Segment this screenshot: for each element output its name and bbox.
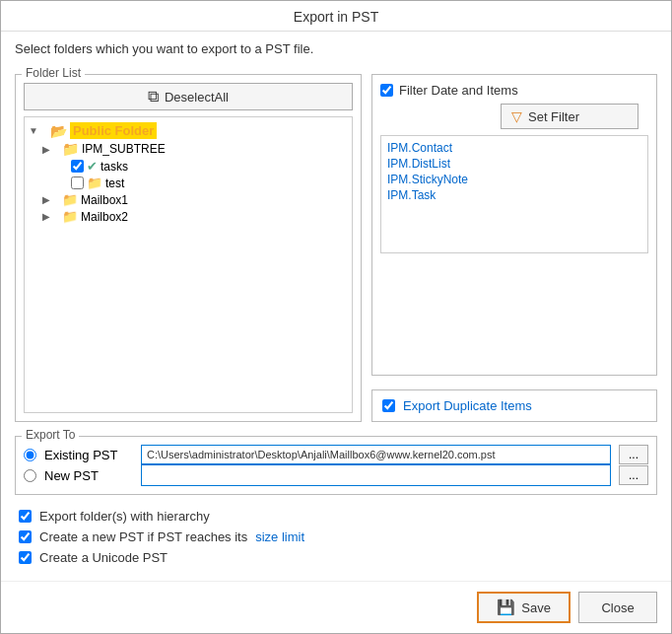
existing-pst-radio[interactable] — [24, 449, 36, 461]
ipm-subtree-label: IPM_SUBTREE — [82, 142, 166, 156]
expander-mailbox1[interactable]: ▶ — [42, 194, 54, 205]
options-section: Export folder(s) with hierarchy Create a… — [15, 503, 657, 571]
dialog-title: Export in PST — [1, 1, 671, 32]
browse-new-button[interactable]: ... — [619, 465, 648, 485]
duplicate-checkbox[interactable] — [382, 399, 395, 412]
mailbox2-icon: 📁 — [62, 209, 78, 224]
close-button[interactable]: Close — [578, 592, 657, 623]
set-filter-button[interactable]: ▽ Set Filter — [501, 104, 638, 129]
hierarchy-label: Export folder(s) with hierarchy — [39, 509, 210, 524]
copy-icon: ⧉ — [148, 88, 159, 106]
tree-item-tasks[interactable]: ✔ tasks — [29, 158, 348, 175]
duplicate-section: Export Duplicate Items — [371, 389, 657, 422]
filter-item-3[interactable]: IPM.Task — [385, 187, 643, 203]
unicode-checkbox[interactable] — [19, 551, 32, 564]
tasks-checkbox[interactable] — [71, 160, 84, 173]
existing-pst-path-input[interactable]: C:\Users\administrator\Desktop\Anjali\Ma… — [141, 445, 611, 464]
export-to-legend: Export To — [22, 428, 79, 442]
option-hierarchy: Export folder(s) with hierarchy — [19, 509, 653, 524]
filter-label: Filter Date and Items — [399, 83, 518, 98]
export-to-section: Export To Existing PST C:\Users\administ… — [15, 436, 657, 495]
expander-ipm[interactable]: ▶ — [42, 144, 54, 155]
folder-tree: ▼ 📂 Public Folder ▶ 📁 IPM_SUBTREE — [24, 116, 353, 413]
folder-icon-public: 📂 — [50, 123, 67, 139]
option-unicode: Create a Unicode PST — [19, 550, 653, 565]
size-limit-link[interactable]: size limit — [255, 529, 304, 544]
new-pst-path-input[interactable] — [141, 464, 611, 486]
new-pst-radio[interactable] — [24, 469, 36, 482]
subtitle: Select folders which you want to export … — [15, 41, 657, 56]
tree-item-test[interactable]: 📁 test — [29, 175, 348, 191]
size-limit-checkbox[interactable] — [19, 530, 32, 543]
browse-existing-button[interactable]: ... — [619, 445, 648, 464]
test-label: test — [105, 176, 124, 190]
floppy-icon: 💾 — [497, 599, 515, 616]
folder-list-label: Folder List — [22, 66, 85, 80]
task-icon: ✔ — [87, 159, 98, 174]
tasks-label: tasks — [101, 160, 128, 174]
mailbox1-icon: 📁 — [62, 192, 78, 207]
mailbox1-label: Mailbox1 — [81, 193, 128, 207]
duplicate-label: Export Duplicate Items — [403, 398, 532, 413]
filter-item-0[interactable]: IPM.Contact — [385, 140, 643, 156]
deselect-all-button[interactable]: ⧉ DeselectAll — [24, 83, 353, 110]
unicode-label: Create a Unicode PST — [39, 550, 168, 565]
public-folder-label: Public Folder — [70, 122, 157, 139]
filter-list-box[interactable]: IPM.Contact IPM.DistList IPM.StickyNote … — [380, 135, 648, 253]
right-panel: Filter Date and Items ▽ Set Filter IPM.C… — [371, 68, 657, 422]
existing-pst-label: Existing PST — [44, 448, 133, 462]
new-pst-row: New PST ... — [24, 464, 648, 486]
expander-mailbox2[interactable]: ▶ — [42, 211, 54, 222]
test-folder-icon: 📁 — [87, 176, 102, 190]
mailbox2-label: Mailbox2 — [81, 210, 128, 224]
filter-item-2[interactable]: IPM.StickyNote — [385, 172, 643, 187]
filter-checkbox[interactable] — [380, 84, 393, 97]
tree-item-public-folder[interactable]: ▼ 📂 Public Folder — [29, 121, 348, 140]
hierarchy-checkbox[interactable] — [19, 510, 32, 523]
main-row: Folder List ⧉ DeselectAll ▼ 📂 Publ — [15, 68, 657, 422]
dialog-footer: 💾 Save Close — [1, 581, 671, 633]
option-size-limit: Create a new PST if PST reaches its size… — [19, 529, 653, 544]
filter-item-1[interactable]: IPM.DistList — [385, 156, 643, 172]
expander-public[interactable]: ▼ — [29, 125, 40, 136]
export-pst-dialog: Export in PST Select folders which you w… — [0, 0, 672, 634]
new-pst-label: New PST — [44, 468, 133, 483]
test-checkbox[interactable] — [71, 176, 84, 189]
folder-icon-ipm: 📁 — [62, 141, 79, 157]
filter-header: Filter Date and Items — [380, 83, 648, 98]
tree-item-ipm-subtree[interactable]: ▶ 📁 IPM_SUBTREE — [29, 140, 348, 158]
existing-pst-row: Existing PST C:\Users\administrator\Desk… — [24, 445, 648, 464]
tree-item-mailbox2[interactable]: ▶ 📁 Mailbox2 — [29, 208, 348, 225]
size-limit-label-prefix: Create a new PST if PST reaches its — [39, 529, 247, 544]
dialog-body: Select folders which you want to export … — [1, 32, 671, 581]
tree-item-mailbox1[interactable]: ▶ 📁 Mailbox1 — [29, 191, 348, 208]
filter-icon: ▽ — [511, 108, 522, 124]
save-button[interactable]: 💾 Save — [477, 592, 571, 623]
